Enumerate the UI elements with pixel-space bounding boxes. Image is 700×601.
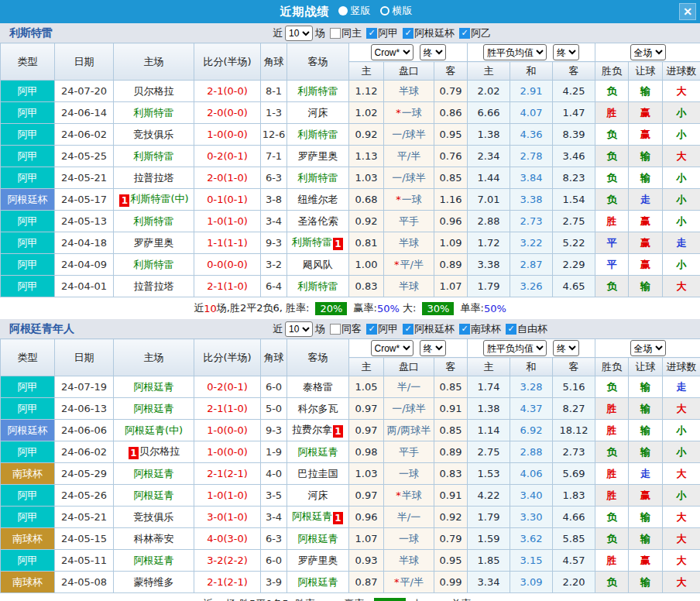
- result-cell: 负: [595, 528, 629, 550]
- odds-away-cell: 0.86: [434, 102, 468, 124]
- filter-checkbox-自由杯[interactable]: ✓自由杯: [506, 322, 547, 336]
- score-cell: 3-2(2-2): [194, 550, 261, 572]
- checkbox-icon[interactable]: ✓: [366, 324, 377, 335]
- score-cell: 2-1(2-1): [194, 463, 261, 485]
- column-header: 和: [510, 358, 553, 376]
- filter-checkbox-同主[interactable]: 同主: [330, 26, 362, 40]
- radio-vertical-label[interactable]: 竖版: [351, 4, 371, 18]
- radio-horizontal-label[interactable]: 横版: [393, 4, 413, 18]
- team-name-text: 阿根廷青: [134, 489, 174, 501]
- summary-segment: 场,胜2平2负6, 胜率:: [217, 301, 313, 315]
- summary-away: 近10场,胜5平0负5, 胜率:50% 赢率: 20% 大:60% 单率:80%: [0, 593, 700, 601]
- odds-away-cell: 0.91: [434, 398, 468, 420]
- odds-home-cell: 1.02: [349, 102, 384, 124]
- team-name-text: 圣洛伦索: [298, 215, 338, 227]
- odds-period-select[interactable]: 终: [420, 44, 446, 60]
- scope-select[interactable]: 全场: [630, 44, 666, 60]
- avg-home-cell: 1.85: [468, 550, 510, 572]
- radio-vertical-icon[interactable]: [338, 6, 348, 15]
- team-name-text: 阿根廷青: [134, 468, 174, 479]
- odds-home-cell: 0.98: [349, 441, 384, 463]
- radio-horizontal-icon[interactable]: [380, 6, 389, 15]
- goals-cell: 大: [663, 528, 700, 550]
- avg-away-cell: 4.65: [553, 276, 595, 297]
- avg-away-cell: 4.66: [553, 507, 595, 528]
- away-team-cell: 利斯特雷: [287, 167, 349, 189]
- date-cell: 24-07-20: [55, 81, 114, 102]
- checkbox-icon[interactable]: [330, 324, 341, 335]
- handicap-cell: 一球: [384, 528, 434, 550]
- filter-checkbox-阿根廷杯[interactable]: ✓阿根廷杯: [403, 322, 455, 336]
- checkbox-icon[interactable]: [330, 28, 341, 39]
- checkbox-icon[interactable]: ✓: [403, 28, 413, 39]
- checkbox-icon[interactable]: ✓: [366, 28, 377, 39]
- checkbox-icon[interactable]: ✓: [403, 324, 413, 335]
- away-team-cell: 泰格雷: [287, 376, 349, 398]
- card-badge: 1: [333, 512, 343, 524]
- corners-cell: 1-9: [261, 441, 287, 463]
- avg-draw-cell: 3.38: [510, 189, 553, 211]
- avg-home-cell: 1.72: [468, 232, 510, 254]
- checkbox-label: 自由杯: [517, 322, 547, 336]
- result-cell: 胜: [595, 398, 629, 420]
- team-name-text: 利斯特雷: [298, 172, 338, 184]
- filter-checkbox-阿甲[interactable]: ✓阿甲: [366, 322, 398, 336]
- odds-away-cell: 1.09: [434, 232, 468, 254]
- goals-cell: 小: [663, 189, 700, 211]
- team-name-text: 利斯特雷: [298, 280, 338, 292]
- odds-period-select[interactable]: 终: [420, 340, 446, 356]
- avg-away-cell: 4.25: [553, 81, 595, 102]
- recent-count-select[interactable]: 10: [285, 321, 313, 337]
- league-cell: 阿甲: [1, 81, 55, 102]
- filter-checkbox-阿乙[interactable]: ✓阿乙: [459, 26, 491, 40]
- checkbox-icon[interactable]: ✓: [459, 28, 470, 39]
- checkbox-label: 阿甲: [378, 322, 398, 336]
- odds-away-cell: 0.95: [434, 550, 468, 572]
- team-name-text: 飓风队: [303, 259, 333, 270]
- close-button[interactable]: ✕: [679, 3, 696, 20]
- avg-period-select[interactable]: 终: [553, 340, 579, 356]
- match-row: 阿甲24-06-02竞技俱乐1-0(0-0)12-6利斯特雷0.92一/球半0.…: [1, 124, 700, 146]
- match-row: 南球杯24-05-29阿根廷青2-1(2-1)4-0巴拉圭国1.03一球0.83…: [1, 463, 700, 485]
- corners-cell: 9-3: [261, 420, 287, 441]
- filter-checkbox-同客[interactable]: 同客: [330, 322, 362, 336]
- column-header: 进球数: [663, 358, 700, 376]
- handicap-result-cell: 走: [629, 463, 663, 485]
- filter-checkbox-南球杯[interactable]: ✓南球杯: [459, 322, 501, 336]
- avg-type-select[interactable]: 胜平负均值: [483, 44, 547, 60]
- column-header: 主场: [114, 339, 194, 376]
- home-team-cell: 阿根廷青(中): [114, 420, 194, 441]
- handicap-result-cell: 赢: [629, 254, 663, 276]
- odds-home-cell: 0.92: [349, 124, 384, 146]
- score-cell: 2-1(2-1): [194, 572, 261, 593]
- away-team-cell: 利斯特雷: [287, 81, 349, 102]
- home-team-cell: 利斯特雷: [114, 102, 194, 124]
- avg-away-cell: 8.39: [553, 124, 595, 146]
- score-cell: 0-0(0-0): [194, 254, 261, 276]
- filter-checkbox-阿根廷杯[interactable]: ✓阿根廷杯: [403, 26, 455, 40]
- score-cell: 2-1(0-0): [194, 81, 261, 102]
- odds-home-cell: 0.97: [349, 420, 384, 441]
- corners-cell: 3-9: [261, 572, 287, 593]
- team-name-text: 拉普拉塔: [134, 172, 174, 184]
- avg-home-cell: 2.75: [468, 441, 510, 463]
- column-header: 客: [434, 62, 468, 81]
- recent-count-select[interactable]: 10: [285, 26, 313, 41]
- avg-draw-cell: 2.88: [510, 441, 553, 463]
- column-header: 主: [468, 62, 510, 81]
- odds-source-select[interactable]: Crow*: [371, 340, 413, 356]
- team-name-text: 河床: [308, 107, 328, 118]
- checkbox-icon[interactable]: ✓: [506, 324, 516, 335]
- checkbox-icon[interactable]: ✓: [459, 324, 470, 335]
- odds-home-cell: 0.83: [349, 276, 384, 297]
- result-cell: 平: [595, 254, 629, 276]
- avg-away-cell: 2.20: [553, 572, 595, 593]
- league-cell: 阿甲: [1, 102, 55, 124]
- scope-select[interactable]: 全场: [630, 340, 666, 356]
- score-cell: 1-0(0-0): [194, 124, 261, 146]
- filter-checkbox-阿甲[interactable]: ✓阿甲: [366, 26, 398, 40]
- odds-source-select[interactable]: Crow*: [371, 44, 413, 60]
- avg-period-select[interactable]: 终: [553, 44, 579, 60]
- avg-type-select[interactable]: 胜平负均值: [483, 340, 547, 356]
- avg-away-cell: 2.29: [553, 254, 595, 276]
